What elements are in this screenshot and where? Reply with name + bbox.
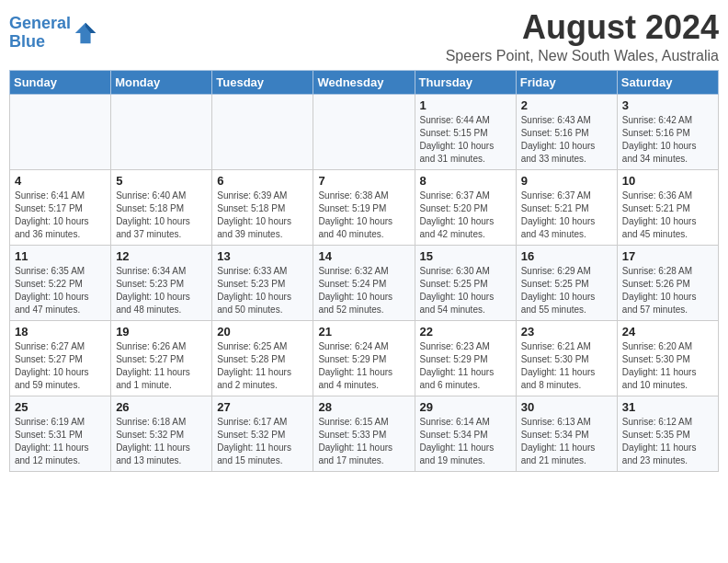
- calendar-cell: 27Sunrise: 6:17 AMSunset: 5:32 PMDayligh…: [212, 396, 313, 471]
- day-info: Sunrise: 6:37 AMSunset: 5:21 PMDaylight:…: [521, 190, 612, 241]
- day-info: Sunrise: 6:40 AMSunset: 5:18 PMDaylight:…: [116, 190, 207, 241]
- day-number: 18: [15, 325, 106, 339]
- calendar-cell: 8Sunrise: 6:37 AMSunset: 5:20 PMDaylight…: [415, 169, 516, 245]
- day-number: 25: [15, 400, 106, 414]
- calendar-cell: 22Sunrise: 6:23 AMSunset: 5:29 PMDayligh…: [415, 320, 516, 396]
- day-info: Sunrise: 6:26 AMSunset: 5:27 PMDaylight:…: [116, 340, 207, 392]
- day-number: 20: [217, 325, 308, 339]
- day-number: 22: [420, 325, 511, 339]
- day-info: Sunrise: 6:30 AMSunset: 5:25 PMDaylight:…: [420, 265, 511, 316]
- day-info: Sunrise: 6:42 AMSunset: 5:16 PMDaylight:…: [622, 114, 713, 166]
- day-number: 1: [420, 98, 511, 112]
- calendar-cell: 11Sunrise: 6:35 AMSunset: 5:22 PMDayligh…: [10, 245, 111, 320]
- calendar-cell: [111, 94, 212, 169]
- calendar-cell: 23Sunrise: 6:21 AMSunset: 5:30 PMDayligh…: [516, 320, 617, 396]
- day-number: 29: [420, 400, 511, 414]
- day-number: 4: [15, 174, 106, 188]
- day-info: Sunrise: 6:39 AMSunset: 5:18 PMDaylight:…: [217, 190, 308, 241]
- day-info: Sunrise: 6:12 AMSunset: 5:35 PMDaylight:…: [622, 416, 713, 467]
- day-number: 15: [420, 249, 511, 263]
- day-number: 17: [622, 249, 713, 263]
- day-info: Sunrise: 6:20 AMSunset: 5:30 PMDaylight:…: [622, 340, 713, 392]
- day-info: Sunrise: 6:44 AMSunset: 5:15 PMDaylight:…: [420, 114, 511, 166]
- logo-icon: [73, 20, 98, 46]
- day-info: Sunrise: 6:32 AMSunset: 5:24 PMDaylight:…: [318, 265, 409, 316]
- day-number: 7: [318, 174, 409, 188]
- calendar-table: SundayMondayTuesdayWednesdayThursdayFrid…: [9, 70, 719, 472]
- day-number: 31: [622, 400, 713, 414]
- weekday-header-saturday: Saturday: [617, 70, 718, 94]
- calendar-week-2: 4Sunrise: 6:41 AMSunset: 5:17 PMDaylight…: [10, 169, 719, 245]
- day-number: 8: [420, 174, 511, 188]
- calendar-cell: [313, 94, 415, 169]
- day-number: 5: [116, 174, 207, 188]
- subtitle: Speers Point, New South Wales, Australia: [446, 48, 719, 64]
- day-info: Sunrise: 6:19 AMSunset: 5:31 PMDaylight:…: [15, 416, 106, 467]
- day-info: Sunrise: 6:25 AMSunset: 5:28 PMDaylight:…: [217, 340, 308, 392]
- calendar-cell: 15Sunrise: 6:30 AMSunset: 5:25 PMDayligh…: [415, 245, 516, 320]
- day-number: 30: [521, 400, 612, 414]
- day-info: Sunrise: 6:33 AMSunset: 5:23 PMDaylight:…: [217, 265, 308, 316]
- day-number: 14: [318, 249, 409, 263]
- day-info: Sunrise: 6:21 AMSunset: 5:30 PMDaylight:…: [521, 340, 612, 392]
- calendar-week-5: 25Sunrise: 6:19 AMSunset: 5:31 PMDayligh…: [10, 396, 719, 471]
- day-info: Sunrise: 6:35 AMSunset: 5:22 PMDaylight:…: [15, 265, 106, 316]
- page-header: General Blue August 2024 Speers Point, N…: [9, 9, 719, 64]
- day-info: Sunrise: 6:37 AMSunset: 5:20 PMDaylight:…: [420, 190, 511, 241]
- calendar-cell: [212, 94, 313, 169]
- calendar-cell: 17Sunrise: 6:28 AMSunset: 5:26 PMDayligh…: [617, 245, 718, 320]
- day-info: Sunrise: 6:43 AMSunset: 5:16 PMDaylight:…: [521, 114, 612, 166]
- logo: General Blue: [9, 15, 98, 52]
- calendar-cell: 26Sunrise: 6:18 AMSunset: 5:32 PMDayligh…: [111, 396, 212, 471]
- day-info: Sunrise: 6:14 AMSunset: 5:34 PMDaylight:…: [420, 416, 511, 467]
- calendar-cell: 20Sunrise: 6:25 AMSunset: 5:28 PMDayligh…: [212, 320, 313, 396]
- calendar-cell: 18Sunrise: 6:27 AMSunset: 5:27 PMDayligh…: [10, 320, 111, 396]
- day-number: 6: [217, 174, 308, 188]
- weekday-header-tuesday: Tuesday: [212, 70, 313, 94]
- calendar-cell: 13Sunrise: 6:33 AMSunset: 5:23 PMDayligh…: [212, 245, 313, 320]
- day-info: Sunrise: 6:15 AMSunset: 5:33 PMDaylight:…: [318, 416, 409, 467]
- day-number: 3: [622, 98, 713, 112]
- calendar-cell: 25Sunrise: 6:19 AMSunset: 5:31 PMDayligh…: [10, 396, 111, 471]
- calendar-week-1: 1Sunrise: 6:44 AMSunset: 5:15 PMDaylight…: [10, 94, 719, 169]
- calendar-cell: 14Sunrise: 6:32 AMSunset: 5:24 PMDayligh…: [313, 245, 415, 320]
- day-number: 23: [521, 325, 612, 339]
- day-info: Sunrise: 6:17 AMSunset: 5:32 PMDaylight:…: [217, 416, 308, 467]
- calendar-cell: 24Sunrise: 6:20 AMSunset: 5:30 PMDayligh…: [617, 320, 718, 396]
- calendar-cell: 16Sunrise: 6:29 AMSunset: 5:25 PMDayligh…: [516, 245, 617, 320]
- day-info: Sunrise: 6:18 AMSunset: 5:32 PMDaylight:…: [116, 416, 207, 467]
- day-number: 19: [116, 325, 207, 339]
- calendar-cell: 1Sunrise: 6:44 AMSunset: 5:15 PMDaylight…: [415, 94, 516, 169]
- day-number: 16: [521, 249, 612, 263]
- calendar-cell: 3Sunrise: 6:42 AMSunset: 5:16 PMDaylight…: [617, 94, 718, 169]
- calendar-cell: 6Sunrise: 6:39 AMSunset: 5:18 PMDaylight…: [212, 169, 313, 245]
- day-number: 28: [318, 400, 409, 414]
- calendar-cell: 12Sunrise: 6:34 AMSunset: 5:23 PMDayligh…: [111, 245, 212, 320]
- weekday-header-thursday: Thursday: [415, 70, 516, 94]
- weekday-header-sunday: Sunday: [10, 70, 111, 94]
- calendar-cell: 9Sunrise: 6:37 AMSunset: 5:21 PMDaylight…: [516, 169, 617, 245]
- day-info: Sunrise: 6:23 AMSunset: 5:29 PMDaylight:…: [420, 340, 511, 392]
- day-info: Sunrise: 6:13 AMSunset: 5:34 PMDaylight:…: [521, 416, 612, 467]
- calendar-cell: 10Sunrise: 6:36 AMSunset: 5:21 PMDayligh…: [617, 169, 718, 245]
- logo-text: General Blue: [9, 15, 71, 52]
- day-number: 13: [217, 249, 308, 263]
- day-number: 21: [318, 325, 409, 339]
- day-number: 24: [622, 325, 713, 339]
- calendar-cell: 30Sunrise: 6:13 AMSunset: 5:34 PMDayligh…: [516, 396, 617, 471]
- calendar-cell: 5Sunrise: 6:40 AMSunset: 5:18 PMDaylight…: [111, 169, 212, 245]
- day-info: Sunrise: 6:36 AMSunset: 5:21 PMDaylight:…: [622, 190, 713, 241]
- day-number: 12: [116, 249, 207, 263]
- calendar-week-4: 18Sunrise: 6:27 AMSunset: 5:27 PMDayligh…: [10, 320, 719, 396]
- calendar-cell: 7Sunrise: 6:38 AMSunset: 5:19 PMDaylight…: [313, 169, 415, 245]
- weekday-header-friday: Friday: [516, 70, 617, 94]
- day-info: Sunrise: 6:41 AMSunset: 5:17 PMDaylight:…: [15, 190, 106, 241]
- day-number: 9: [521, 174, 612, 188]
- day-info: Sunrise: 6:28 AMSunset: 5:26 PMDaylight:…: [622, 265, 713, 316]
- title-block: August 2024 Speers Point, New South Wale…: [446, 9, 719, 64]
- day-number: 2: [521, 98, 612, 112]
- day-info: Sunrise: 6:34 AMSunset: 5:23 PMDaylight:…: [116, 265, 207, 316]
- day-number: 27: [217, 400, 308, 414]
- day-info: Sunrise: 6:27 AMSunset: 5:27 PMDaylight:…: [15, 340, 106, 392]
- calendar-week-3: 11Sunrise: 6:35 AMSunset: 5:22 PMDayligh…: [10, 245, 719, 320]
